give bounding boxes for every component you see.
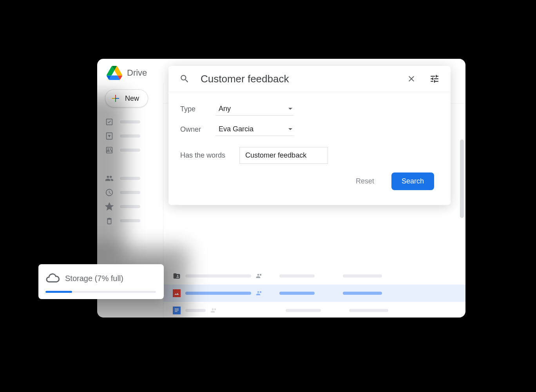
file-col-placeholder	[286, 309, 321, 312]
storage-label: Storage (7% full)	[65, 274, 123, 283]
file-row[interactable]	[163, 267, 465, 285]
file-col-placeholder	[279, 274, 315, 278]
search-filters: Type Any Owner Eva Garcia Has the words …	[168, 92, 451, 205]
filter-owner-value: Eva Garcia	[219, 125, 254, 133]
file-name-placeholder	[185, 274, 251, 278]
shared-indicator-icon	[256, 290, 263, 297]
storage-progress-fill	[45, 291, 72, 293]
search-panel: Type Any Owner Eva Garcia Has the words …	[168, 66, 451, 205]
file-name-placeholder	[185, 309, 206, 312]
storage-progress	[45, 291, 156, 293]
file-name-placeholder	[185, 292, 251, 295]
search-submit-icon[interactable]	[177, 71, 192, 86]
search-options-button[interactable]	[427, 71, 442, 86]
results-list	[163, 267, 465, 318]
new-button-label: New	[125, 94, 139, 103]
file-col-placeholder	[279, 292, 315, 295]
filter-row-words: Has the words	[180, 147, 439, 164]
filter-row-owner: Owner Eva Garcia	[180, 123, 439, 136]
filter-type-label: Type	[180, 105, 215, 113]
chevron-down-icon	[288, 108, 292, 110]
reset-button[interactable]: Reset	[349, 173, 380, 189]
filter-type-value: Any	[219, 105, 231, 113]
filter-owner-select[interactable]: Eva Garcia	[215, 123, 294, 136]
filter-actions: Reset Search	[180, 172, 439, 197]
search-button[interactable]: Search	[391, 172, 434, 190]
file-col-placeholder	[343, 274, 382, 278]
file-col-placeholder	[343, 292, 382, 295]
drive-logo-icon	[107, 66, 122, 80]
chevron-down-icon	[288, 128, 292, 130]
shared-indicator-icon	[256, 272, 263, 279]
cloud-icon	[45, 271, 60, 285]
storage-card[interactable]: Storage (7% full)	[38, 264, 164, 299]
filter-words-input[interactable]	[239, 147, 328, 164]
filter-words-label: Has the words	[180, 151, 225, 160]
search-bar	[168, 66, 451, 92]
shared-indicator-icon	[210, 307, 217, 314]
app-title: Drive	[127, 68, 147, 78]
filter-row-type: Type Any	[180, 102, 439, 116]
storage-header: Storage (7% full)	[45, 271, 156, 285]
filter-owner-label: Owner	[180, 125, 215, 134]
scrollbar[interactable]	[460, 140, 464, 218]
filter-type-select[interactable]: Any	[215, 102, 294, 116]
file-row[interactable]	[163, 302, 465, 318]
file-row-selected[interactable]	[163, 285, 465, 302]
search-input[interactable]	[201, 73, 396, 85]
clear-search-button[interactable]	[404, 72, 418, 86]
file-col-placeholder	[349, 309, 388, 312]
